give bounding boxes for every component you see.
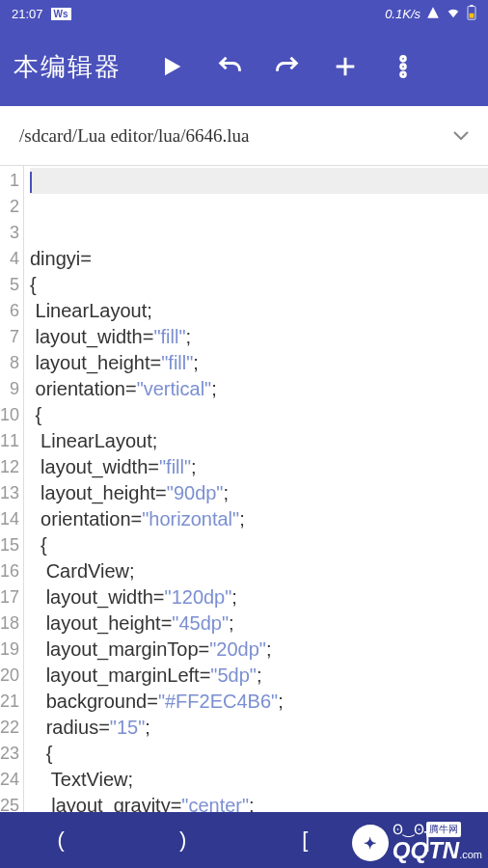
line-number: 17	[0, 584, 19, 610]
code-line[interactable]: layout_width="fill";	[30, 324, 488, 350]
code-line[interactable]	[30, 220, 488, 246]
app-title: 本编辑器	[14, 50, 122, 84]
line-number: 16	[0, 558, 19, 584]
line-number: 5	[0, 272, 19, 298]
code-line[interactable]: radius="15";	[30, 715, 488, 741]
file-path: /sdcard/Lua editor/lua/6646.lua	[19, 125, 453, 147]
code-line[interactable]: layout_marginLeft="5dp";	[30, 663, 488, 689]
code-line[interactable]: {	[30, 741, 488, 767]
line-number: 15	[0, 532, 19, 558]
code-line[interactable]: orientation="vertical";	[30, 376, 488, 402]
status-bar: 21:07 Ws 0.1K/s	[0, 0, 488, 27]
code-line[interactable]	[30, 168, 488, 194]
code-line[interactable]: background="#FF2EC4B6";	[30, 689, 488, 715]
line-number: 24	[0, 767, 19, 793]
code-line[interactable]: dingyi=	[30, 246, 488, 272]
line-gutter: 1234567891011121314151617181920212223242…	[0, 166, 23, 812]
code-line[interactable]	[30, 194, 488, 220]
line-number: 22	[0, 715, 19, 741]
code-line[interactable]: CardView;	[30, 558, 488, 584]
signal-icon	[426, 6, 440, 22]
line-number: 9	[0, 376, 19, 402]
line-number: 25	[0, 793, 19, 812]
line-number: 6	[0, 298, 19, 324]
watermark-face-icon: ʘ‿ʘ	[393, 822, 424, 837]
battery-icon	[467, 5, 476, 23]
symbol-key[interactable]: [	[244, 827, 366, 853]
dropdown-icon[interactable]	[453, 128, 469, 144]
watermark: ✦ ʘ‿ʘ 腾牛网 QQTN.com	[352, 822, 482, 864]
symbol-key[interactable]: (	[0, 827, 122, 853]
app-bar: 本编辑器	[0, 27, 488, 106]
code-line[interactable]: layout_height="90dp";	[30, 480, 488, 506]
watermark-badge: 腾牛网	[426, 822, 461, 837]
code-line[interactable]: LinearLayout;	[30, 298, 488, 324]
line-number: 20	[0, 663, 19, 689]
code-line[interactable]: {	[30, 272, 488, 298]
path-bar[interactable]: /sdcard/Lua editor/lua/6646.lua	[0, 106, 488, 166]
watermark-text: QQTN	[393, 837, 459, 863]
add-button[interactable]	[320, 41, 370, 92]
status-time: 21:07	[12, 7, 43, 21]
code-line[interactable]: layout_gravity="center";	[30, 793, 488, 812]
symbol-key[interactable]: )	[122, 827, 245, 853]
line-number: 18	[0, 610, 19, 637]
watermark-logo-icon: ✦	[352, 825, 389, 861]
line-number: 1	[0, 168, 19, 194]
code-line[interactable]: layout_height="fill";	[30, 350, 488, 376]
code-line[interactable]: {	[30, 402, 488, 428]
line-number: 12	[0, 454, 19, 480]
code-area[interactable]: dingyi={ LinearLayout; layout_width="fil…	[23, 166, 488, 812]
svg-rect-2	[470, 13, 474, 17]
code-line[interactable]: layout_width="120dp";	[30, 584, 488, 610]
code-line[interactable]: layout_height="45dp";	[30, 610, 488, 637]
watermark-suffix: .com	[459, 849, 482, 860]
line-number: 2	[0, 194, 19, 220]
code-line[interactable]: TextView;	[30, 767, 488, 793]
redo-button[interactable]	[262, 41, 312, 92]
line-number: 7	[0, 324, 19, 350]
line-number: 10	[0, 402, 19, 428]
wifi-icon	[446, 6, 461, 22]
code-editor[interactable]: 1234567891011121314151617181920212223242…	[0, 166, 488, 812]
svg-point-5	[401, 72, 406, 77]
line-number: 4	[0, 246, 19, 272]
status-network: 0.1K/s	[385, 7, 420, 21]
line-number: 21	[0, 689, 19, 715]
line-number: 8	[0, 350, 19, 376]
undo-button[interactable]	[204, 41, 255, 92]
status-app-icon: Ws	[51, 8, 71, 20]
line-number: 3	[0, 220, 19, 246]
line-number: 23	[0, 741, 19, 767]
line-number: 13	[0, 480, 19, 506]
code-line[interactable]: orientation="horizontal";	[30, 506, 488, 532]
line-number: 19	[0, 637, 19, 663]
code-line[interactable]: {	[30, 532, 488, 558]
menu-button[interactable]	[378, 41, 428, 92]
run-button[interactable]	[147, 41, 197, 92]
svg-rect-1	[470, 5, 473, 7]
code-line[interactable]: layout_width="fill";	[30, 454, 488, 480]
svg-point-3	[401, 57, 406, 62]
svg-point-4	[401, 65, 406, 69]
code-line[interactable]: LinearLayout;	[30, 428, 488, 454]
code-line[interactable]: layout_marginTop="20dp";	[30, 637, 488, 663]
line-number: 11	[0, 428, 19, 454]
line-number: 14	[0, 506, 19, 532]
